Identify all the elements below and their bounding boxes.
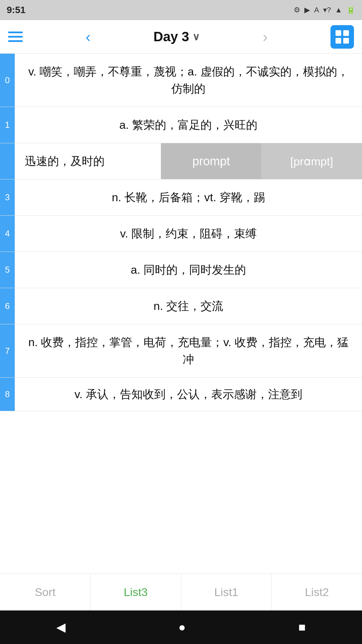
row-index-6: 6 bbox=[0, 288, 15, 324]
wifi-icon: ▾? bbox=[323, 6, 331, 14]
row-index-4: 4 bbox=[0, 216, 15, 252]
word-row[interactable]: 7 n. 收费，指控，掌管，电荷，充电量；v. 收费，指控，充电，猛冲 bbox=[0, 324, 362, 378]
top-nav: ‹ Day 3 ∨ › bbox=[0, 20, 362, 54]
partial-definition-2: 迅速的，及时的 bbox=[25, 153, 105, 170]
back-button[interactable]: ‹ bbox=[85, 30, 90, 44]
android-recents-button[interactable]: ■ bbox=[298, 620, 306, 634]
chevron-down-icon: ∨ bbox=[192, 31, 200, 43]
word-popup[interactable]: prompt [prɑmpt] bbox=[161, 143, 362, 179]
row-index-2 bbox=[0, 143, 15, 179]
tab-sort[interactable]: Sort bbox=[0, 574, 90, 610]
grid-icon bbox=[335, 30, 350, 44]
status-bar: 9:51 ⚙ ▶ A ▾? ▲ 🔋 bbox=[0, 0, 362, 20]
row-definition-8[interactable]: v. 承认，告知收到，公认，表示感谢，注意到 bbox=[15, 378, 362, 411]
row-definition-0[interactable]: v. 嘲笑，嘲弄，不尊重，蔑视；a. 虚假的，不诚实的，模拟的，仿制的 bbox=[15, 54, 362, 107]
tab-list2[interactable]: List2 bbox=[272, 574, 362, 610]
row-definition-4[interactable]: v. 限制，约束，阻碍，束缚 bbox=[15, 216, 362, 252]
tab-list3[interactable]: List3 bbox=[90, 574, 181, 610]
popup-word-text[interactable]: prompt bbox=[161, 143, 261, 179]
word-row[interactable]: 0 v. 嘲笑，嘲弄，不尊重，蔑视；a. 虚假的，不诚实的，模拟的，仿制的 bbox=[0, 54, 362, 107]
grid-view-button[interactable] bbox=[330, 25, 354, 49]
bottom-tab-bar: Sort List3 List1 List2 bbox=[0, 574, 362, 610]
word-row[interactable]: 3 n. 长靴，后备箱；vt. 穿靴，踢 bbox=[0, 179, 362, 216]
tab-list1-label: List1 bbox=[214, 586, 238, 599]
row-index-7: 7 bbox=[0, 324, 15, 377]
row-index-1: 1 bbox=[0, 107, 15, 143]
popup-phonetic-text[interactable]: [prɑmpt] bbox=[261, 143, 362, 179]
play-icon: ▶ bbox=[304, 6, 310, 14]
hamburger-menu[interactable] bbox=[8, 32, 23, 42]
word-row[interactable]: 8 v. 承认，告知收到，公认，表示感谢，注意到 bbox=[0, 378, 362, 411]
row-definition-5[interactable]: a. 同时的，同时发生的 bbox=[15, 252, 362, 288]
row-definition-3[interactable]: n. 长靴，后备箱；vt. 穿靴，踢 bbox=[15, 179, 362, 215]
row-definition-7[interactable]: n. 收费，指控，掌管，电荷，充电量；v. 收费，指控，充电，猛冲 bbox=[15, 324, 362, 377]
svg-rect-2 bbox=[336, 38, 341, 44]
word-row[interactable]: 1 a. 繁荣的，富足的，兴旺的 bbox=[0, 107, 362, 143]
svg-rect-3 bbox=[343, 38, 349, 44]
text-icon: A bbox=[314, 6, 319, 14]
row-index-3: 3 bbox=[0, 179, 15, 215]
battery-icon: 🔋 bbox=[346, 6, 355, 14]
android-nav-bar: ◀ ● ■ bbox=[0, 610, 362, 644]
status-time: 9:51 bbox=[7, 5, 25, 15]
android-home-button[interactable]: ● bbox=[178, 620, 186, 634]
forward-button[interactable]: › bbox=[263, 30, 268, 44]
word-row[interactable]: 4 v. 限制，约束，阻碍，束缚 bbox=[0, 216, 362, 252]
svg-rect-0 bbox=[336, 30, 341, 36]
row-index-5: 5 bbox=[0, 252, 15, 288]
settings-icon: ⚙ bbox=[294, 6, 300, 14]
svg-rect-1 bbox=[343, 30, 349, 36]
tab-list2-label: List2 bbox=[305, 586, 329, 599]
word-row[interactable]: 5 a. 同时的，同时发生的 bbox=[0, 252, 362, 288]
android-back-button[interactable]: ◀ bbox=[56, 620, 66, 634]
tab-sort-label: Sort bbox=[35, 586, 55, 599]
tab-list1[interactable]: List1 bbox=[181, 574, 272, 610]
status-icons: ⚙ ▶ A ▾? ▲ 🔋 bbox=[294, 6, 355, 14]
row-definition-1[interactable]: a. 繁荣的，富足的，兴旺的 bbox=[15, 107, 362, 143]
signal-icon: ▲ bbox=[335, 6, 342, 14]
word-row[interactable]: 6 n. 交往，交流 bbox=[0, 288, 362, 324]
nav-title[interactable]: Day 3 ∨ bbox=[154, 29, 200, 44]
row-index-0: 0 bbox=[0, 54, 15, 107]
nav-title-text: Day 3 bbox=[154, 29, 189, 44]
tab-list3-label: List3 bbox=[124, 586, 148, 599]
word-row-special[interactable]: 迅速的，及时的 prompt [prɑmpt] bbox=[0, 143, 362, 179]
word-list: 0 v. 嘲笑，嘲弄，不尊重，蔑视；a. 虚假的，不诚实的，模拟的，仿制的 1 … bbox=[0, 54, 362, 574]
row-index-8: 8 bbox=[0, 378, 15, 411]
row-definition-6[interactable]: n. 交往，交流 bbox=[15, 288, 362, 324]
